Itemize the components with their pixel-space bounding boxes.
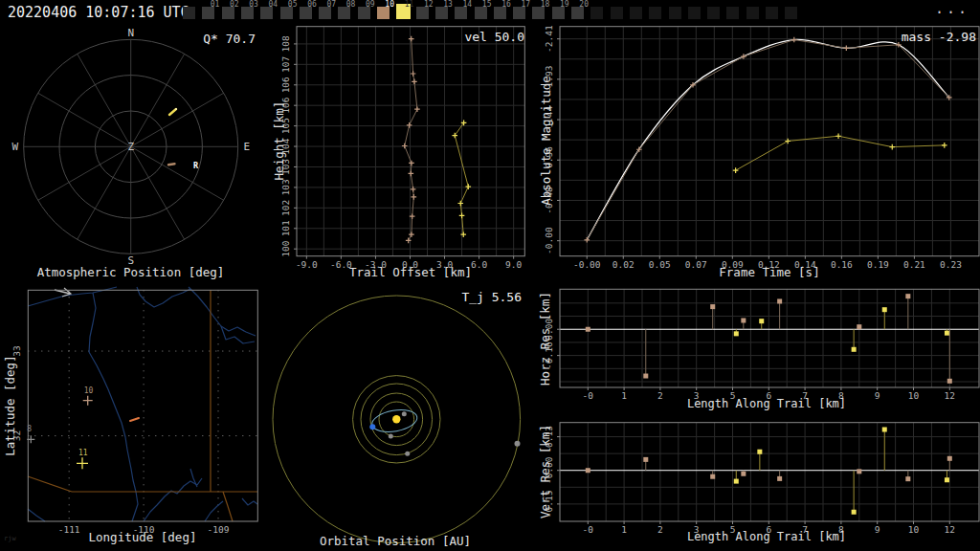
frame-label: 11 [405, 0, 414, 9]
frame-cell [611, 0, 630, 24]
data-point-marker [741, 318, 746, 322]
frame-box[interactable] [688, 7, 701, 19]
data-point-marker [741, 54, 746, 59]
frame-box[interactable] [707, 7, 720, 19]
x-tick-label: -0 [583, 524, 594, 535]
frame-cell-03: 03 [241, 0, 260, 24]
vert-res-xlabel: Length Along Trail [km] [633, 530, 901, 543]
frame-label: 07 [326, 0, 336, 9]
frame-box[interactable] [611, 7, 623, 19]
planet-dot [405, 452, 410, 456]
data-point-marker [643, 374, 648, 379]
data-point-marker [844, 45, 850, 51]
frame-cell-01: 01 [202, 0, 221, 24]
panel-ground-map: 10118-111-110-1093332 Longitude [deg] La… [0, 282, 268, 551]
data-point-marker [407, 122, 412, 128]
meteor-streak-head [175, 108, 177, 110]
height-ylabel: Height [km] [272, 45, 287, 236]
x-tick-label: 0.21 [903, 259, 925, 270]
frame-label: 14 [463, 0, 473, 9]
overflow-menu-button[interactable]: ... [935, 0, 969, 17]
x-tick-label: -0.00 [573, 259, 601, 270]
data-point-marker [586, 468, 590, 473]
frame-cell-04: 04 [260, 0, 279, 24]
frame-cell-08: 08 [338, 0, 357, 24]
data-point-marker [882, 428, 887, 432]
x-tick-label: 1 [621, 524, 627, 535]
frame-cell [649, 0, 668, 24]
compass-west-label: W [11, 141, 18, 153]
frame-label: 09 [366, 0, 375, 9]
frame-cell [746, 0, 766, 24]
data-point-marker [733, 167, 739, 173]
data-point-marker [741, 472, 746, 476]
ground-map: 10118-111-110-1093332 [0, 282, 268, 551]
frame-cell [590, 0, 610, 24]
data-point-marker [785, 139, 791, 144]
frame-box[interactable] [785, 7, 797, 19]
frame-label: 05 [288, 0, 298, 9]
frame-label: 17 [521, 0, 530, 9]
data-point-marker [83, 396, 93, 406]
river [28, 509, 45, 521]
frame-box[interactable] [766, 7, 778, 19]
frame-cell [630, 0, 649, 24]
frame-box[interactable] [746, 7, 759, 19]
frame-label: 10 [385, 0, 394, 9]
data-point-marker [791, 37, 797, 43]
map-frame [28, 290, 257, 521]
frame-selector[interactable]: 0102030405060708091011121314151617181920 [183, 0, 814, 24]
panel-residuals: -01235678910120.00-0.16-01235678910120.1… [536, 282, 980, 551]
data-point-marker [77, 457, 88, 469]
x-tick-label: 0.02 [612, 259, 635, 270]
frame-cell-11: 11 [396, 0, 415, 24]
data-point-marker [643, 457, 648, 462]
data-point-marker [710, 474, 715, 479]
trail-offset-xlabel: Trail Offset [km] [277, 265, 545, 279]
longitude-xlabel: Longitude [deg] [9, 530, 277, 544]
magnitude-chart: -0.000.020.050.070.090.120.140.160.190.2… [536, 24, 980, 287]
frame-label: 02 [230, 0, 239, 9]
frame-label: 08 [346, 0, 356, 9]
planet-dot [402, 411, 407, 416]
data-point-marker [905, 294, 910, 298]
magnitude-ylabel: Absolute Magnitude [539, 45, 554, 236]
data-point-marker [889, 144, 895, 150]
frame-label: 19 [560, 0, 569, 9]
frame-label: 12 [424, 0, 434, 9]
frame-label: 20 [579, 0, 589, 9]
orbital-title: Orbital Position [AU] [261, 534, 529, 548]
frame-cell-16: 16 [494, 0, 513, 24]
frame-box[interactable] [669, 7, 681, 19]
panel-atmospheric-position: NSWEZR Q* 70.7 Atmospheric Position [deg… [0, 24, 268, 287]
data-point-marker [734, 331, 739, 336]
topbar: 20220406 10:07:16 UTC 010203040506070809… [0, 0, 980, 24]
frame-box[interactable] [630, 7, 642, 19]
river [190, 469, 197, 487]
frame-cell [726, 0, 746, 24]
river [205, 501, 223, 521]
data-point-marker [945, 331, 949, 336]
frame-box[interactable] [590, 7, 603, 19]
x-tick-label: 0.23 [940, 259, 962, 270]
reference-streak [168, 164, 175, 165]
frame-box[interactable] [183, 7, 195, 19]
data-point-marker [852, 510, 857, 515]
frame-box[interactable] [726, 7, 739, 19]
x-tick-label: 1 [621, 390, 627, 401]
data-series-line [405, 39, 417, 241]
station-label: 10 [84, 386, 94, 395]
residuals-charts: -01235678910120.00-0.16-01235678910120.1… [536, 282, 980, 551]
river [89, 293, 96, 352]
zenith-label: Z [127, 141, 134, 153]
app-root: 20220406 10:07:16 UTC 010203040506070809… [0, 0, 980, 551]
frame-cell-17: 17 [513, 0, 532, 24]
frame-cell-14: 14 [455, 0, 474, 24]
river [89, 352, 138, 521]
frame-cell-07: 07 [319, 0, 338, 24]
horz-res-xlabel: Length Along Trail [km] [633, 397, 901, 410]
frame-cell-12: 12 [416, 0, 435, 24]
data-point-marker [584, 237, 590, 243]
frame-box[interactable] [649, 7, 661, 19]
plot-frame [560, 423, 979, 521]
